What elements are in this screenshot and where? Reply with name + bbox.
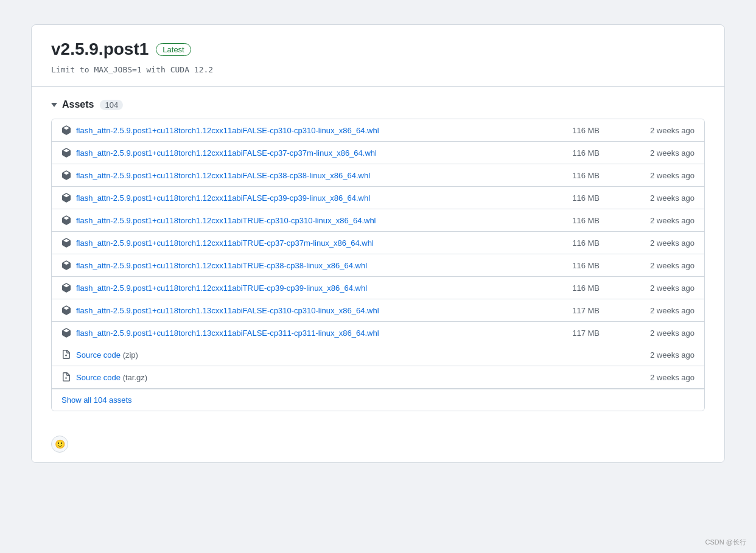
asset-time: 2 weeks ago <box>609 261 695 270</box>
source-targz-name-col: Source code (tar.gz) <box>61 372 536 382</box>
asset-row: flash_attn-2.5.9.post1+cu118torch1.12cxx… <box>52 254 704 277</box>
asset-time: 2 weeks ago <box>609 216 695 225</box>
show-all-assets-link[interactable]: Show all 104 assets <box>52 389 704 411</box>
source-targz-time: 2 weeks ago <box>609 373 695 382</box>
asset-time: 2 weeks ago <box>609 306 695 315</box>
asset-file-link[interactable]: flash_attn-2.5.9.post1+cu118torch1.12cxx… <box>76 238 374 248</box>
asset-time: 2 weeks ago <box>609 329 695 338</box>
asset-time: 2 weeks ago <box>609 283 695 293</box>
asset-size: 116 MB <box>536 148 609 158</box>
assets-title: Assets <box>51 99 94 110</box>
package-icon <box>61 148 71 158</box>
emoji-icon: 🙂 <box>55 439 65 449</box>
asset-size: 116 MB <box>536 283 609 293</box>
asset-name-col: flash_attn-2.5.9.post1+cu118torch1.12cxx… <box>61 283 536 293</box>
asset-size: 116 MB <box>536 171 609 180</box>
asset-file-link[interactable]: flash_attn-2.5.9.post1+cu118torch1.12cxx… <box>76 148 377 158</box>
package-icon <box>61 238 71 248</box>
release-title-row: v2.5.9.post1 Latest <box>51 40 705 59</box>
release-card: v2.5.9.post1 Latest Limit to MAX_JOBS=1 … <box>31 24 725 463</box>
asset-row: flash_attn-2.5.9.post1+cu118torch1.12cxx… <box>52 187 704 209</box>
release-header: v2.5.9.post1 Latest Limit to MAX_JOBS=1 … <box>32 25 724 87</box>
asset-name-col: flash_attn-2.5.9.post1+cu118torch1.12cxx… <box>61 170 536 180</box>
asset-file-link[interactable]: flash_attn-2.5.9.post1+cu118torch1.12cxx… <box>76 216 376 225</box>
latest-badge: Latest <box>156 43 191 56</box>
asset-row: flash_attn-2.5.9.post1+cu118torch1.12cxx… <box>52 164 704 187</box>
release-description: Limit to MAX_JOBS=1 with CUDA 12.2 <box>51 65 705 74</box>
asset-size: 116 MB <box>536 261 609 270</box>
watermark: CSDN @长行 <box>705 538 746 547</box>
asset-row: flash_attn-2.5.9.post1+cu118torch1.12cxx… <box>52 209 704 232</box>
source-zip-icon <box>61 350 71 360</box>
asset-file-link[interactable]: flash_attn-2.5.9.post1+cu118torch1.13cxx… <box>76 306 379 315</box>
asset-row: flash_attn-2.5.9.post1+cu118torch1.13cxx… <box>52 299 704 322</box>
asset-name-col: flash_attn-2.5.9.post1+cu118torch1.12cxx… <box>61 238 536 248</box>
triangle-icon <box>51 103 57 107</box>
assets-list: flash_attn-2.5.9.post1+cu118torch1.12cxx… <box>51 119 705 411</box>
assets-count-badge: 104 <box>100 100 123 110</box>
asset-name-col: flash_attn-2.5.9.post1+cu118torch1.12cxx… <box>61 148 536 158</box>
asset-time: 2 weeks ago <box>609 126 695 135</box>
source-code-zip-row: Source code (zip) 2 weeks ago <box>52 344 704 366</box>
asset-row: flash_attn-2.5.9.post1+cu118torch1.13cxx… <box>52 322 704 344</box>
source-zip-link[interactable]: Source code (zip) <box>76 350 138 360</box>
source-zip-time: 2 weeks ago <box>609 350 695 360</box>
asset-file-link[interactable]: flash_attn-2.5.9.post1+cu118torch1.12cxx… <box>76 261 367 270</box>
asset-row: flash_attn-2.5.9.post1+cu118torch1.12cxx… <box>52 277 704 299</box>
asset-row: flash_attn-2.5.9.post1+cu118torch1.12cxx… <box>52 232 704 254</box>
asset-name-col: flash_attn-2.5.9.post1+cu118torch1.12cxx… <box>61 260 536 270</box>
asset-file-link[interactable]: flash_attn-2.5.9.post1+cu118torch1.12cxx… <box>76 193 370 203</box>
asset-row: flash_attn-2.5.9.post1+cu118torch1.12cxx… <box>52 142 704 164</box>
asset-row: flash_attn-2.5.9.post1+cu118torch1.12cxx… <box>52 119 704 142</box>
footer-row: 🙂 <box>32 426 724 462</box>
package-icon <box>61 328 71 338</box>
asset-name-col: flash_attn-2.5.9.post1+cu118torch1.13cxx… <box>61 328 536 338</box>
asset-time: 2 weeks ago <box>609 238 695 248</box>
asset-time: 2 weeks ago <box>609 171 695 180</box>
asset-size: 116 MB <box>536 216 609 225</box>
asset-file-link[interactable]: flash_attn-2.5.9.post1+cu118torch1.13cxx… <box>76 329 379 338</box>
package-icon <box>61 125 71 135</box>
source-code-targz-row: Source code (tar.gz) 2 weeks ago <box>52 366 704 389</box>
asset-time: 2 weeks ago <box>609 148 695 158</box>
package-icon <box>61 305 71 315</box>
source-targz-link[interactable]: Source code (tar.gz) <box>76 373 147 382</box>
asset-file-link[interactable]: flash_attn-2.5.9.post1+cu118torch1.12cxx… <box>76 283 367 293</box>
assets-section: Assets 104 flash_attn-2.5.9.post1+cu118t… <box>32 87 724 426</box>
asset-name-col: flash_attn-2.5.9.post1+cu118torch1.12cxx… <box>61 193 536 203</box>
asset-size: 116 MB <box>536 126 609 135</box>
asset-size: 116 MB <box>536 193 609 203</box>
asset-name-col: flash_attn-2.5.9.post1+cu118torch1.12cxx… <box>61 215 536 225</box>
asset-size: 117 MB <box>536 306 609 315</box>
package-icon <box>61 260 71 270</box>
package-icon <box>61 215 71 225</box>
release-version: v2.5.9.post1 <box>51 40 149 59</box>
emoji-reaction-button[interactable]: 🙂 <box>51 436 68 453</box>
source-targz-icon <box>61 372 71 382</box>
asset-name-col: flash_attn-2.5.9.post1+cu118torch1.13cxx… <box>61 305 536 315</box>
source-zip-name-col: Source code (zip) <box>61 350 536 360</box>
asset-size: 117 MB <box>536 329 609 338</box>
asset-size: 116 MB <box>536 238 609 248</box>
package-icon <box>61 283 71 293</box>
asset-name-col: flash_attn-2.5.9.post1+cu118torch1.12cxx… <box>61 125 536 135</box>
asset-file-link[interactable]: flash_attn-2.5.9.post1+cu118torch1.12cxx… <box>76 126 379 135</box>
package-icon <box>61 193 71 203</box>
package-icon <box>61 170 71 180</box>
asset-time: 2 weeks ago <box>609 193 695 203</box>
assets-header: Assets 104 <box>51 99 705 110</box>
asset-file-link[interactable]: flash_attn-2.5.9.post1+cu118torch1.12cxx… <box>76 171 370 180</box>
